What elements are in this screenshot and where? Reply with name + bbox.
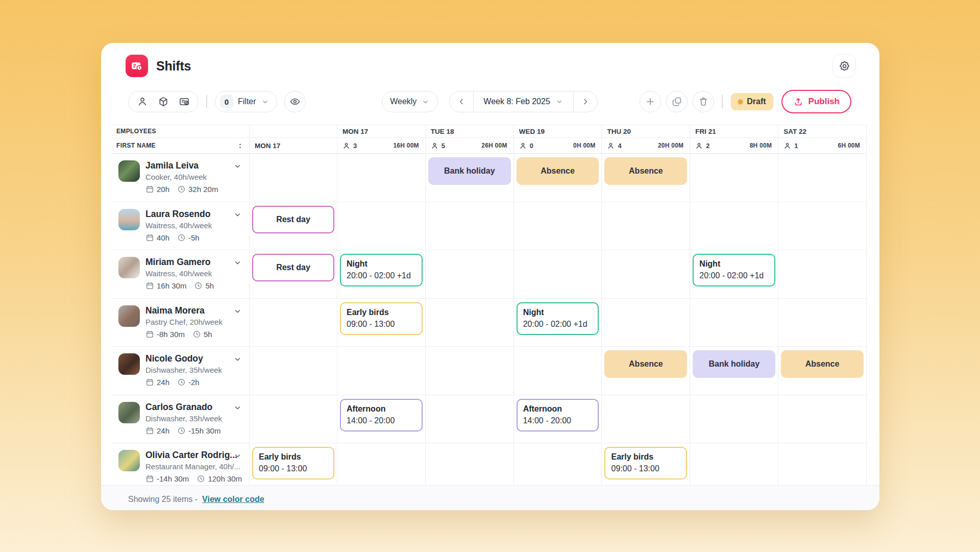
schedule-cell[interactable]: Afternoon 14:00 - 20:00 bbox=[337, 395, 426, 443]
add-shift-button[interactable] bbox=[640, 91, 661, 112]
schedule-cell[interactable]: Absence bbox=[602, 347, 690, 395]
schedule-cell[interactable]: Early birds 09:00 - 13:00 bbox=[250, 443, 337, 485]
schedule-cell[interactable]: Absence bbox=[514, 154, 602, 202]
shift-chip-rest-day[interactable]: Rest day bbox=[252, 254, 334, 281]
first-name-header-cell[interactable]: FIRST NAME bbox=[111, 138, 250, 153]
schedule-cell[interactable]: Rest day bbox=[250, 202, 337, 250]
shift-chip-bank-holiday[interactable]: Bank holiday bbox=[693, 350, 775, 378]
schedule-cell[interactable] bbox=[426, 443, 514, 485]
schedule-cell[interactable] bbox=[250, 347, 337, 395]
employee-cell[interactable]: Carlos Granado Dishwasher, 35h/week 24h … bbox=[111, 395, 250, 443]
expand-employee-button[interactable] bbox=[233, 403, 242, 413]
shift-chip-early[interactable]: Early birds 09:00 - 13:00 bbox=[252, 447, 334, 479]
schedule-cell[interactable] bbox=[250, 299, 337, 347]
schedule-cell[interactable] bbox=[514, 250, 602, 298]
schedule-cell[interactable]: Absence bbox=[778, 347, 867, 395]
schedule-cell[interactable] bbox=[337, 347, 426, 395]
view-color-code-link[interactable]: View color code bbox=[202, 495, 264, 504]
schedule-cell[interactable] bbox=[690, 202, 778, 250]
schedule-cell[interactable] bbox=[778, 202, 867, 250]
employee-cell[interactable]: Laura Rosendo Waitress, 40h/week 40h -5h bbox=[111, 202, 250, 250]
schedule-cell[interactable] bbox=[514, 347, 602, 395]
shift-chip-absence[interactable]: Absence bbox=[604, 157, 687, 185]
schedule-cell[interactable] bbox=[690, 154, 778, 202]
expand-employee-button[interactable] bbox=[233, 354, 242, 364]
shift-chip-bank-holiday[interactable]: Bank holiday bbox=[428, 157, 511, 185]
schedule-cell[interactable] bbox=[778, 443, 867, 485]
schedule-cell[interactable] bbox=[426, 250, 514, 298]
next-week-button[interactable] bbox=[574, 91, 597, 112]
schedule-cell[interactable] bbox=[426, 347, 514, 395]
expand-employee-button[interactable] bbox=[233, 161, 242, 171]
schedule-cell[interactable] bbox=[250, 154, 337, 202]
expand-employee-button[interactable] bbox=[233, 258, 242, 268]
schedule-cell[interactable]: Early birds 09:00 - 13:00 bbox=[337, 299, 426, 347]
schedule-cell[interactable] bbox=[690, 299, 778, 347]
schedule-cell[interactable]: Night 20:00 - 02:00 +1d bbox=[514, 299, 602, 347]
shift-chip-afternoon[interactable]: Afternoon 14:00 - 20:00 bbox=[517, 399, 599, 431]
shift-chip-rest-day[interactable]: Rest day bbox=[252, 206, 334, 233]
shift-chip-absence[interactable]: Absence bbox=[517, 157, 599, 185]
schedule-cell[interactable] bbox=[690, 443, 778, 485]
schedule-cell[interactable] bbox=[690, 395, 778, 443]
schedule-cell[interactable] bbox=[337, 202, 426, 250]
schedule-cell[interactable]: Early birds 09:00 - 13:00 bbox=[602, 443, 690, 485]
expand-employee-button[interactable] bbox=[233, 306, 242, 316]
shift-chip-early[interactable]: Early birds 09:00 - 13:00 bbox=[340, 302, 423, 335]
schedule-cell[interactable] bbox=[337, 154, 426, 202]
week-select[interactable]: Week 8: Feb 2025 bbox=[473, 91, 573, 112]
visibility-button[interactable] bbox=[284, 91, 306, 112]
rows-viewport[interactable]: Jamila Leiva Cooker, 40h/week 20h 32h 20… bbox=[111, 154, 867, 485]
schedule-cell[interactable] bbox=[778, 395, 867, 443]
schedule-cell[interactable] bbox=[426, 395, 514, 443]
schedule-cell[interactable] bbox=[514, 443, 602, 485]
schedule-cell[interactable]: Night 20:00 - 02:00 +1d bbox=[690, 250, 778, 298]
fixed-day-header-cell: MON 17 bbox=[250, 138, 337, 153]
schedule-cell[interactable]: Bank holiday bbox=[426, 154, 514, 202]
shift-chip-absence[interactable]: Absence bbox=[604, 350, 687, 378]
employee-cell[interactable]: Nicole Godoy Dishwasher, 35h/week 24h -2… bbox=[111, 347, 250, 395]
employee-cell[interactable]: Jamila Leiva Cooker, 40h/week 20h 32h 20… bbox=[111, 154, 250, 202]
employee-cell[interactable]: Miriam Gamero Waitress, 40h/week 16h 30m… bbox=[111, 250, 250, 298]
shift-chip-night[interactable]: Night 20:00 - 02:00 +1d bbox=[340, 254, 423, 286]
sort-icon[interactable] bbox=[236, 142, 244, 150]
schedule-cell[interactable] bbox=[602, 299, 690, 347]
schedule-cell[interactable] bbox=[778, 299, 867, 347]
filter-button[interactable]: 0 Filter bbox=[215, 91, 277, 112]
shift-chip-night[interactable]: Night 20:00 - 02:00 +1d bbox=[517, 302, 599, 335]
shifts-app-window: Shifts 0 bbox=[101, 43, 879, 510]
schedule-cell[interactable] bbox=[426, 299, 514, 347]
shift-chip-afternoon[interactable]: Afternoon 14:00 - 20:00 bbox=[340, 399, 423, 431]
schedule-cell[interactable] bbox=[778, 154, 867, 202]
settings-button[interactable] bbox=[832, 54, 856, 78]
schedule-cell[interactable]: Bank holiday bbox=[690, 347, 778, 395]
view-mode-select[interactable]: Weekly bbox=[382, 91, 438, 112]
duplicate-button[interactable] bbox=[666, 91, 688, 112]
employee-cell[interactable]: Olivia Carter Rodrig... Restaurant Manag… bbox=[111, 443, 250, 485]
schedule-cell[interactable] bbox=[514, 202, 602, 250]
expand-employee-button[interactable] bbox=[233, 451, 242, 461]
publish-button[interactable]: Publish bbox=[781, 90, 851, 113]
delete-button[interactable] bbox=[693, 91, 714, 112]
schedule-cell[interactable]: Afternoon 14:00 - 20:00 bbox=[514, 395, 602, 443]
schedule-cell[interactable] bbox=[602, 395, 690, 443]
products-filter-button[interactable] bbox=[158, 96, 169, 107]
schedule-cell[interactable]: Night 20:00 - 02:00 +1d bbox=[337, 250, 426, 298]
schedule-cell[interactable] bbox=[778, 250, 867, 298]
shifts-filter-button[interactable] bbox=[179, 96, 190, 107]
previous-week-button[interactable] bbox=[450, 91, 473, 112]
employee-role: Dishwasher, 35h/week bbox=[145, 414, 222, 423]
expand-employee-button[interactable] bbox=[233, 210, 242, 220]
employees-filter-button[interactable] bbox=[137, 96, 148, 107]
schedule-cell[interactable]: Rest day bbox=[250, 250, 337, 298]
schedule-cell[interactable] bbox=[250, 395, 337, 443]
schedule-cell[interactable] bbox=[426, 202, 514, 250]
schedule-cell[interactable] bbox=[602, 202, 690, 250]
schedule-cell[interactable]: Absence bbox=[602, 154, 690, 202]
shift-chip-night[interactable]: Night 20:00 - 02:00 +1d bbox=[693, 254, 775, 286]
schedule-cell[interactable] bbox=[602, 250, 690, 298]
shift-chip-early[interactable]: Early birds 09:00 - 13:00 bbox=[604, 447, 687, 479]
schedule-cell[interactable] bbox=[337, 443, 426, 485]
employee-cell[interactable]: Naima Morera Pastry Chef, 20h/week -8h 3… bbox=[111, 299, 250, 347]
shift-chip-absence[interactable]: Absence bbox=[781, 350, 864, 378]
